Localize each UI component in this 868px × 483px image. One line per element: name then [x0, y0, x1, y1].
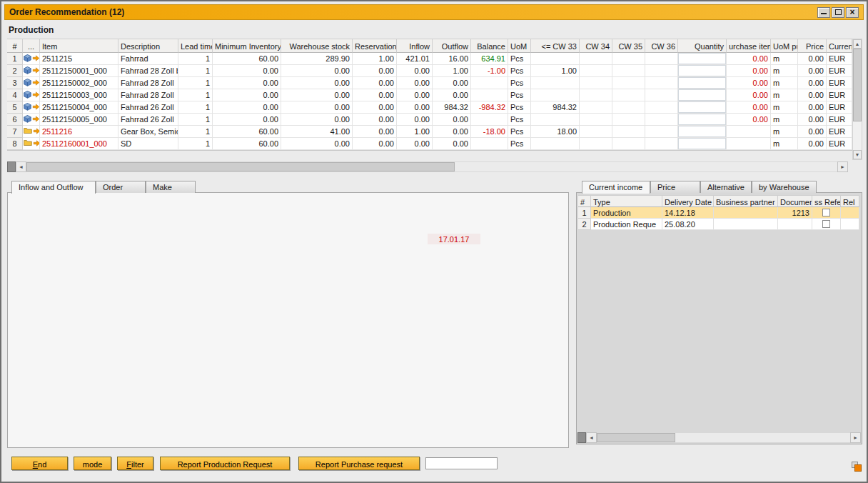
scrollbar-gripper[interactable]: [7, 161, 16, 172]
table-row[interactable]: 425112150003_000Fahrrad 28 Zoll10.000.00…: [7, 89, 852, 101]
column-header-uom_purchase[interactable]: UoM pu: [771, 39, 798, 53]
link-arrow-icon[interactable]: [32, 79, 40, 88]
footer-bar: End mode Filter Report Production Reques…: [11, 457, 498, 470]
main-table-h-scrollbar[interactable]: ◄ ►: [7, 161, 848, 172]
column-header-warehouse_stock[interactable]: Warehouse stock: [281, 39, 353, 53]
column-header-icons[interactable]: ...: [23, 39, 40, 53]
tab-inflow-and-outflow[interactable]: Inflow and Outflow: [11, 181, 96, 194]
column-header-outflow[interactable]: Outflow: [433, 39, 471, 53]
cell-quantity[interactable]: [678, 126, 727, 138]
scroll-right-button[interactable]: ►: [850, 432, 861, 443]
scrollbar-gripper[interactable]: [577, 432, 586, 443]
scrollbar-track[interactable]: [26, 161, 837, 172]
reference-checkbox[interactable]: [822, 220, 830, 228]
cell-quantity[interactable]: [678, 101, 727, 114]
column-header-rel[interactable]: Rel: [841, 195, 859, 207]
column-header-lead_time[interactable]: Lead time: [178, 39, 213, 53]
link-arrow-icon[interactable]: [32, 115, 40, 124]
cell-description: Fahrrad 28 Zoll: [118, 77, 178, 89]
table-row[interactable]: 72511216Gear Box, Semicor160.0041.000.00…: [7, 126, 852, 138]
column-header-currency[interactable]: Curren: [827, 39, 852, 53]
cell-cw33: [531, 53, 580, 65]
end-button[interactable]: End: [11, 457, 68, 470]
cell-num: 6: [7, 114, 23, 126]
cell-quantity[interactable]: [678, 114, 727, 126]
right-panel-h-scrollbar[interactable]: ◄ ►: [577, 432, 861, 443]
link-arrow-icon[interactable]: [32, 54, 40, 64]
cell-quantity[interactable]: [678, 65, 727, 77]
form-resize-icon[interactable]: [852, 462, 862, 472]
title-bar[interactable]: Order Recommendation (12) ×: [4, 4, 864, 20]
scroll-up-button[interactable]: ▲: [853, 39, 862, 49]
minimize-button[interactable]: [817, 7, 830, 18]
column-header-document[interactable]: Document: [778, 195, 812, 207]
table-row[interactable]: 325112150002_000Fahrrad 28 Zoll10.000.00…: [7, 77, 852, 89]
column-header-purchase_item[interactable]: urchase item: [727, 39, 771, 53]
table-row[interactable]: 825112160001_000SD160.000.000.000.000.00…: [7, 138, 852, 150]
tab-order[interactable]: Order: [96, 181, 146, 193]
column-header-reference[interactable]: ss Refere: [812, 195, 841, 207]
table-row[interactable]: 525112150004_000Fahrrad 26 Zoll10.000.00…: [7, 101, 852, 114]
column-header-min_inventory[interactable]: Minimum Inventory: [213, 39, 281, 53]
scroll-right-button[interactable]: ►: [837, 161, 848, 172]
link-arrow-icon[interactable]: [33, 127, 40, 136]
filter-button[interactable]: Filter: [117, 457, 153, 470]
cell-uom_purchase: m: [771, 126, 798, 138]
column-header-quantity[interactable]: Quantity: [678, 39, 727, 53]
table-row[interactable]: 2Production Reque25.08.20: [578, 219, 859, 230]
cell-quantity[interactable]: [678, 53, 727, 65]
column-header-price[interactable]: Price: [798, 39, 827, 53]
tab-current-income[interactable]: Current income: [582, 181, 650, 194]
tab-price[interactable]: Price: [650, 181, 700, 193]
column-header-reservation[interactable]: Reservation: [353, 39, 397, 53]
column-header-inflow[interactable]: Inflow: [397, 39, 433, 53]
tab-by-warehouse[interactable]: by Warehouse: [752, 181, 817, 193]
left-tab-bar: Inflow and Outflow Order Make: [11, 181, 196, 193]
column-header-cw34[interactable]: CW 34: [580, 39, 612, 53]
column-header-num[interactable]: #: [578, 195, 591, 207]
report-purchase-request-button[interactable]: Report Purchase request: [298, 457, 420, 470]
column-header-description[interactable]: Description: [118, 39, 178, 53]
table-row[interactable]: 625112150005_000Fahrrad 26 Zoll10.000.00…: [7, 114, 852, 126]
scroll-down-button[interactable]: ▼: [853, 150, 862, 159]
close-button[interactable]: ×: [846, 7, 859, 18]
scrollbar-thumb[interactable]: [26, 162, 455, 171]
column-header-delivery_date[interactable]: Delivery Date: [662, 195, 714, 207]
scrollbar-thumb[interactable]: [597, 433, 675, 442]
cell-currency: EUR: [827, 101, 852, 114]
column-header-type[interactable]: Type: [591, 195, 662, 207]
restore-button[interactable]: [832, 7, 844, 18]
reference-checkbox[interactable]: [822, 209, 830, 216]
tab-make[interactable]: Make: [146, 181, 196, 193]
cell-quantity[interactable]: [678, 77, 727, 89]
column-header-balance[interactable]: Balance: [471, 39, 508, 53]
cell-cw34: [580, 114, 612, 126]
main-table-v-scrollbar[interactable]: ▲ ▼: [852, 39, 862, 160]
scrollbar-track[interactable]: [597, 432, 850, 443]
column-header-cw36[interactable]: CW 36: [645, 39, 678, 53]
column-header-business_partner[interactable]: Business partner: [714, 195, 778, 207]
current-income-panel: #TypeDelivery DateBusiness partnerDocume…: [576, 192, 862, 444]
cell-quantity[interactable]: [678, 89, 727, 101]
link-arrow-icon[interactable]: [32, 91, 40, 100]
table-row[interactable]: 12511215Fahrrad160.00289.901.00421.0116.…: [7, 53, 852, 65]
link-arrow-icon[interactable]: [32, 103, 40, 112]
v-scrollbar-thumb[interactable]: [853, 49, 862, 121]
scroll-left-button[interactable]: ◄: [16, 161, 26, 172]
scroll-left-button[interactable]: ◄: [586, 432, 597, 443]
column-header-item[interactable]: Item: [40, 39, 118, 53]
cell-icons: [23, 65, 40, 77]
table-row[interactable]: 225112150001_000Fahrrad 28 Zoll bl10.000…: [7, 65, 852, 77]
footer-input[interactable]: [425, 457, 498, 469]
cell-quantity[interactable]: [678, 138, 727, 150]
link-arrow-icon[interactable]: [32, 66, 40, 76]
tab-alternative[interactable]: Alternative: [700, 181, 752, 193]
column-header-uom[interactable]: UoM: [508, 39, 531, 53]
table-row[interactable]: 1Production14.12.181213: [578, 207, 859, 219]
column-header-cw33[interactable]: <= CW 33: [531, 39, 580, 53]
report-production-request-button[interactable]: Report Production Request: [160, 457, 290, 470]
column-header-cw35[interactable]: CW 35: [612, 39, 645, 53]
link-arrow-icon[interactable]: [33, 139, 40, 149]
column-header-num[interactable]: #: [7, 39, 23, 53]
mode-button[interactable]: mode: [74, 457, 111, 470]
